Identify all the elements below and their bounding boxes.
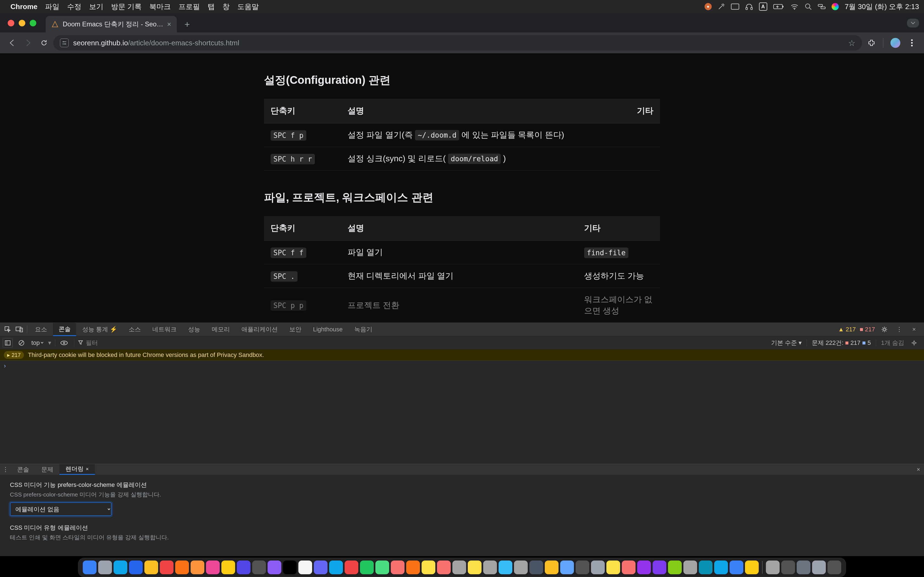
close-window-icon[interactable]	[8, 20, 14, 26]
dock-app[interactable]	[529, 561, 543, 574]
dock-app[interactable]	[83, 561, 97, 574]
menu-view[interactable]: 보기	[89, 2, 103, 11]
dock-app[interactable]	[781, 561, 795, 574]
dock-app[interactable]	[483, 561, 497, 574]
status-headphones-icon[interactable]	[745, 3, 753, 10]
devtools-tab-recorder[interactable]: 녹음기	[349, 323, 378, 336]
devtools-tab-console[interactable]: 콘솔	[53, 323, 76, 336]
status-control-center-icon[interactable]	[818, 4, 825, 9]
new-tab-button[interactable]: +	[181, 18, 194, 31]
forward-button[interactable]	[21, 36, 35, 50]
dock-app[interactable]	[452, 561, 466, 574]
profile-avatar[interactable]	[890, 38, 900, 48]
dock-app[interactable]	[745, 561, 759, 574]
status-battery-icon[interactable]	[773, 4, 784, 9]
console-live-expression-icon[interactable]	[59, 338, 69, 348]
status-hammer-icon[interactable]	[718, 3, 725, 10]
prefers-color-scheme-select[interactable]: 에뮬레이션 없음	[10, 502, 111, 516]
status-keyboard-icon[interactable]	[731, 3, 739, 10]
dock-app[interactable]	[298, 561, 312, 574]
console-clear-icon[interactable]	[16, 338, 26, 348]
tab-close-icon[interactable]: ×	[167, 20, 171, 29]
console-sidebar-toggle-icon[interactable]	[3, 338, 13, 348]
dock-app[interactable]	[375, 561, 389, 574]
dock-app[interactable]	[606, 561, 620, 574]
devtools-settings-icon[interactable]	[879, 324, 890, 335]
console-filter-input[interactable]: 필터	[86, 339, 98, 347]
dock-app[interactable]	[637, 561, 651, 574]
dock-app[interactable]	[683, 561, 697, 574]
status-wifi-icon[interactable]	[790, 3, 799, 10]
status-siri-icon[interactable]	[832, 3, 839, 10]
dock-app[interactable]	[545, 561, 559, 574]
browser-tab[interactable]: Doom Emacs 단축키 정리 - Seo… ×	[46, 16, 177, 32]
dock-app[interactable]	[344, 561, 358, 574]
devtools-tab-perfstats[interactable]: 성능 통계 ⚡	[77, 323, 123, 336]
console-issues-link[interactable]: 문제 222건: ■217 ■5	[812, 339, 871, 347]
dock-app[interactable]	[730, 561, 743, 574]
devtools-tab-network[interactable]: 네트워크	[147, 323, 182, 336]
dock-app[interactable]	[406, 561, 420, 574]
dock-app[interactable]	[191, 561, 204, 574]
menu-file[interactable]: 파일	[45, 2, 60, 11]
menu-window[interactable]: 창	[223, 2, 229, 11]
menubar-app-name[interactable]: Chrome	[10, 2, 37, 11]
drawer-more-icon[interactable]: ⋮	[0, 466, 11, 473]
dock-app[interactable]	[113, 561, 127, 574]
menu-tab[interactable]: 탭	[208, 2, 215, 11]
console-output[interactable]: ▸ 217 Third-party cookie will be blocked…	[0, 350, 924, 464]
console-levels-dropdown[interactable]: 기본 수준 ▾	[771, 339, 801, 347]
reload-button[interactable]	[37, 36, 51, 50]
chrome-menu-icon[interactable]	[905, 36, 919, 50]
dock-app[interactable]	[283, 561, 297, 574]
status-input-source[interactable]: A	[759, 2, 767, 11]
back-button[interactable]	[5, 36, 19, 50]
drawer-tab-rendering[interactable]: 렌더링×	[60, 464, 95, 475]
dock-app[interactable]	[653, 561, 666, 574]
status-notification-icon[interactable]: ●	[704, 3, 712, 10]
menu-bookmarks[interactable]: 북마크	[149, 2, 171, 11]
devtools-tab-performance[interactable]: 성능	[183, 323, 206, 336]
dock-app[interactable]	[437, 561, 451, 574]
page-viewport[interactable]: 설정(Configuration) 관련 단축키 설명 기타 SPC f p 설…	[0, 53, 924, 556]
dock-app[interactable]	[668, 561, 682, 574]
minimize-window-icon[interactable]	[19, 20, 25, 26]
dock-app[interactable]	[514, 561, 528, 574]
devtools-tab-application[interactable]: 애플리케이션	[236, 323, 283, 336]
drawer-tab-issues[interactable]: 문제	[35, 464, 60, 475]
devtools-tab-lighthouse[interactable]: Lighthouse	[307, 323, 348, 336]
console-warning-message[interactable]: ▸ 217 Third-party cookie will be blocked…	[0, 350, 924, 361]
dock-app[interactable]	[560, 561, 574, 574]
devtools-tab-security[interactable]: 보안	[284, 323, 307, 336]
dock-app[interactable]	[766, 561, 780, 574]
menu-edit[interactable]: 수정	[67, 2, 81, 11]
dock-app[interactable]	[714, 561, 728, 574]
dock-app[interactable]	[144, 561, 158, 574]
drawer-close-icon[interactable]: ×	[913, 466, 924, 473]
dock-app[interactable]	[329, 561, 343, 574]
dock-app[interactable]	[699, 561, 712, 574]
menu-help[interactable]: 도움말	[237, 2, 259, 11]
dock-app[interactable]	[252, 561, 266, 574]
dock-app[interactable]	[391, 561, 404, 574]
dock-app[interactable]	[827, 561, 841, 574]
menu-history[interactable]: 방문 기록	[111, 2, 142, 11]
status-clock[interactable]: 7월 30일 (화) 오후 2:13	[845, 2, 919, 11]
dock-app[interactable]	[575, 561, 589, 574]
devtools-more-icon[interactable]: ⋮	[894, 324, 905, 335]
fullscreen-window-icon[interactable]	[30, 20, 36, 26]
dock-app[interactable]	[622, 561, 635, 574]
devtools-tab-sources[interactable]: 소스	[123, 323, 146, 336]
extensions-icon[interactable]	[865, 36, 878, 50]
dock-app[interactable]	[314, 561, 328, 574]
dock-app[interactable]	[591, 561, 605, 574]
console-settings-icon[interactable]	[909, 338, 919, 348]
dock-app[interactable]	[160, 561, 173, 574]
tab-overflow-button[interactable]	[907, 19, 919, 27]
status-spotlight-icon[interactable]	[804, 3, 812, 10]
site-info-icon[interactable]	[60, 39, 69, 47]
devtools-tab-memory[interactable]: 메모리	[206, 323, 236, 336]
window-traffic-lights[interactable]	[8, 20, 36, 26]
dock-app[interactable]	[499, 561, 512, 574]
dock-app[interactable]	[221, 561, 235, 574]
